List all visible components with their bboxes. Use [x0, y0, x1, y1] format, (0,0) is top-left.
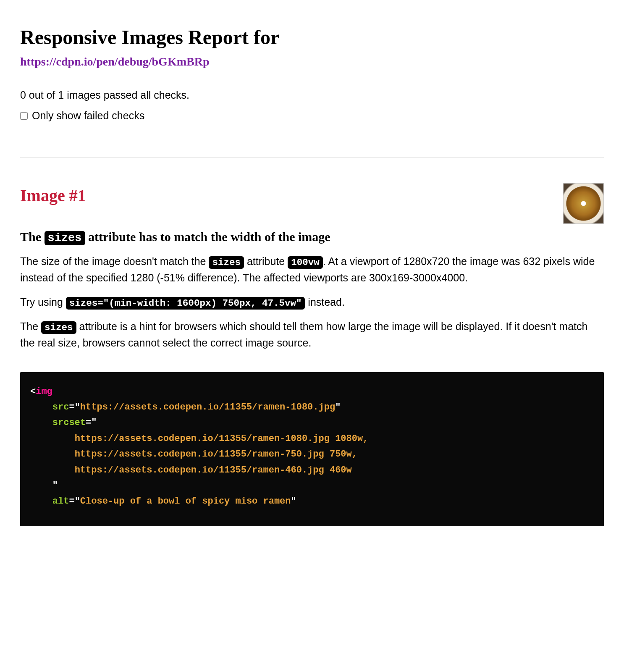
text-span: instead.: [305, 296, 345, 308]
code-block: <img src="https://assets.codepen.io/1135…: [20, 372, 604, 526]
text-span: The size of the image doesn't match the: [20, 255, 209, 267]
sizes-code: sizes: [45, 231, 85, 245]
check-title-post: attribute has to match the width of the …: [85, 230, 330, 244]
text-span: The: [20, 320, 41, 332]
check-para-3: The sizes attribute is a hint for browse…: [20, 319, 604, 351]
sizes-code: sizes: [41, 321, 76, 334]
check-title-pre: The: [20, 230, 45, 244]
text-span: attribute is a hint for browsers which s…: [20, 320, 587, 349]
filter-failed-checks[interactable]: Only show failed checks: [20, 108, 604, 124]
report-url-link[interactable]: https://cdpn.io/pen/debug/bGKmBRp: [20, 53, 209, 71]
summary-text: 0 out of 1 images passed all checks.: [20, 87, 604, 103]
filter-failed-label: Only show failed checks: [32, 108, 144, 124]
filter-failed-checkbox[interactable]: [20, 112, 28, 120]
check-title: The sizes attribute has to match the wid…: [20, 228, 604, 247]
sizes-code: sizes: [209, 256, 244, 269]
check-para-1: The size of the image doesn't match the …: [20, 254, 604, 286]
sizes-value-code: 100vw: [288, 256, 323, 269]
check-para-2: Try using sizes="(min-width: 1600px) 750…: [20, 294, 604, 311]
text-span: attribute: [244, 255, 288, 267]
text-span: Try using: [20, 296, 66, 308]
page-title: Responsive Images Report for: [20, 25, 604, 50]
divider: [20, 158, 604, 158]
suggested-sizes-code: sizes="(min-width: 1600px) 750px, 47.5vw…: [66, 297, 305, 310]
image-heading: Image #1: [20, 183, 86, 208]
image-thumbnail: [563, 183, 604, 224]
